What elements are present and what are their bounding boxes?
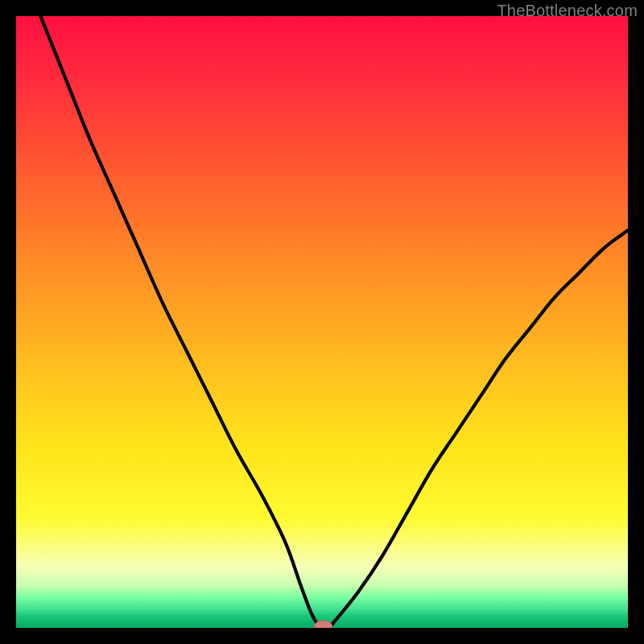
plot-area — [16, 16, 628, 628]
bottleneck-curve — [40, 16, 628, 628]
attribution-text: TheBottleneck.com — [497, 2, 638, 20]
chart-frame: TheBottleneck.com — [0, 0, 644, 644]
curve-layer — [16, 16, 628, 628]
